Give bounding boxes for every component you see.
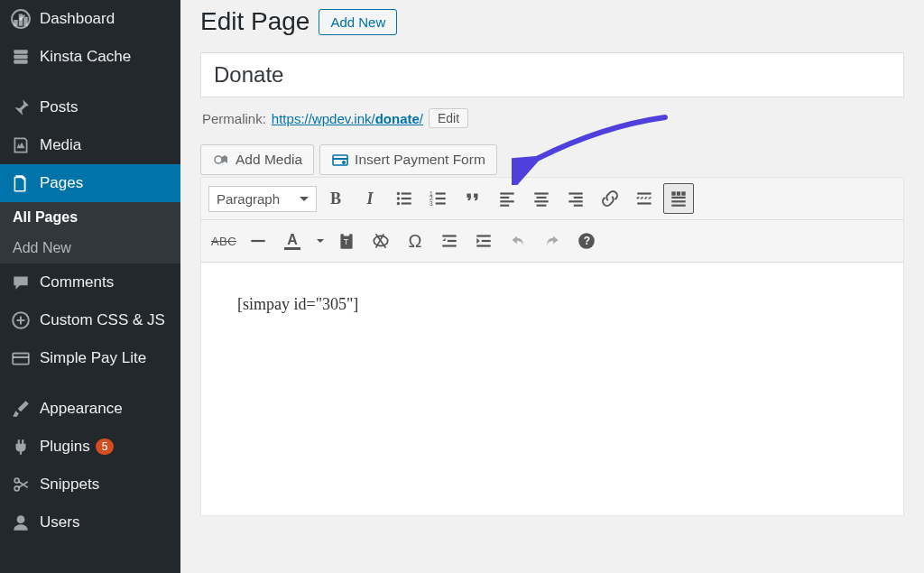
menu-pages[interactable]: Pages — [0, 164, 180, 202]
outdent-button[interactable] — [434, 226, 465, 256]
text-color-button[interactable]: A — [277, 226, 308, 256]
svg-rect-43 — [677, 191, 680, 195]
add-media-button[interactable]: Add Media — [200, 144, 314, 175]
svg-rect-16 — [402, 192, 411, 194]
svg-rect-32 — [537, 197, 547, 199]
menu-kinsta-cache[interactable]: Kinsta Cache — [0, 38, 180, 76]
camera-icon — [212, 151, 230, 169]
svg-rect-55 — [442, 245, 456, 246]
svg-rect-44 — [681, 191, 685, 195]
align-center-button[interactable] — [526, 183, 557, 214]
svg-point-17 — [397, 197, 400, 199]
svg-rect-33 — [534, 200, 548, 202]
editor-content[interactable]: [simpay id="305"] — [201, 263, 903, 515]
bullet-list-button[interactable] — [389, 183, 420, 214]
svg-rect-35 — [568, 192, 582, 194]
toolbar-row-2: ABC A T Ω ? — [201, 220, 903, 263]
svg-text:T: T — [344, 237, 349, 246]
media-icon — [11, 135, 31, 155]
svg-rect-45 — [671, 197, 685, 199]
redo-button[interactable] — [537, 226, 568, 256]
menu-comments[interactable]: Comments — [0, 263, 180, 301]
svg-rect-31 — [534, 192, 548, 194]
post-title-input[interactable] — [200, 52, 904, 97]
numbered-list-button[interactable]: 123 — [423, 183, 454, 214]
italic-button[interactable]: I — [355, 183, 385, 214]
menu-label: Media — [40, 136, 81, 154]
menu-label: Posts — [40, 98, 79, 116]
svg-point-14 — [342, 161, 346, 164]
menu-label: Snippets — [40, 476, 99, 494]
svg-text:?: ? — [584, 235, 590, 247]
menu-label: Kinsta Cache — [40, 48, 131, 66]
menu-label: Dashboard — [40, 10, 115, 28]
align-right-button[interactable] — [560, 183, 591, 214]
link-button[interactable] — [595, 183, 625, 214]
svg-rect-34 — [537, 205, 547, 207]
menu-label: Appearance — [40, 400, 123, 418]
page-title: Edit Page — [200, 7, 310, 36]
read-more-button[interactable] — [629, 183, 660, 214]
submenu-add-new[interactable]: Add New — [0, 233, 180, 263]
strikethrough-button[interactable]: ABC — [208, 226, 239, 256]
plus-circle-icon — [11, 310, 31, 330]
toolbar-toggle-button[interactable] — [663, 183, 694, 214]
svg-point-15 — [397, 192, 400, 195]
align-left-button[interactable] — [492, 183, 522, 214]
horizontal-rule-button[interactable] — [243, 226, 273, 256]
menu-label: Users — [40, 513, 79, 531]
menu-posts[interactable]: Posts — [0, 88, 180, 126]
plugin-icon — [11, 437, 31, 457]
menu-label: Plugins — [40, 438, 90, 456]
special-character-button[interactable]: Ω — [400, 226, 430, 256]
svg-rect-3 — [14, 55, 27, 59]
svg-rect-57 — [482, 240, 491, 242]
svg-rect-48 — [251, 240, 264, 242]
pages-icon — [11, 173, 31, 193]
svg-rect-46 — [671, 200, 685, 202]
bold-button[interactable]: B — [320, 183, 351, 214]
svg-rect-40 — [637, 198, 651, 199]
svg-point-10 — [17, 515, 25, 523]
menu-label: Simple Pay Lite — [40, 349, 146, 367]
permalink-label: Permalink: — [202, 111, 266, 126]
undo-button[interactable] — [503, 226, 533, 256]
menu-custom-css-js[interactable]: Custom CSS & JS — [0, 301, 180, 339]
blockquote-button[interactable] — [457, 183, 488, 214]
indent-button[interactable] — [468, 226, 499, 256]
svg-rect-2 — [14, 50, 27, 53]
card-icon — [11, 348, 31, 368]
user-icon — [11, 513, 31, 532]
menu-plugins[interactable]: Plugins 5 — [0, 428, 180, 466]
help-button[interactable]: ? — [571, 226, 602, 256]
menu-appearance[interactable]: Appearance — [0, 390, 180, 428]
menu-dashboard[interactable]: Dashboard — [0, 0, 180, 38]
svg-point-1 — [19, 17, 22, 20]
text-color-dropdown[interactable] — [311, 226, 328, 256]
permalink-link[interactable]: https://wpdev.ink/donate/ — [272, 111, 423, 126]
format-dropdown[interactable]: Paragraph — [208, 186, 317, 212]
menu-simple-pay-lite[interactable]: Simple Pay Lite — [0, 339, 180, 377]
add-new-button[interactable]: Add New — [319, 9, 397, 35]
submenu-all-pages[interactable]: All Pages — [0, 202, 180, 233]
svg-rect-30 — [500, 205, 509, 207]
permalink-edit-button[interactable]: Edit — [429, 108, 468, 128]
svg-rect-38 — [574, 205, 583, 207]
payment-form-icon — [331, 151, 349, 169]
menu-label: Custom CSS & JS — [40, 311, 165, 329]
svg-rect-27 — [500, 192, 513, 194]
svg-rect-29 — [500, 200, 513, 202]
insert-payment-form-button[interactable]: Insert Payment Form — [319, 144, 497, 175]
menu-snippets[interactable]: Snippets — [0, 466, 180, 504]
menu-users[interactable]: Users — [0, 504, 180, 541]
svg-rect-39 — [637, 192, 651, 194]
svg-rect-13 — [333, 158, 347, 160]
paste-text-button[interactable]: T — [331, 226, 362, 256]
clear-formatting-button[interactable] — [365, 226, 396, 256]
svg-point-8 — [14, 478, 19, 483]
svg-point-19 — [397, 202, 400, 205]
svg-rect-47 — [671, 205, 685, 207]
svg-rect-41 — [637, 202, 651, 204]
permalink-row: Permalink: https://wpdev.ink/donate/ Edi… — [200, 97, 904, 144]
menu-media[interactable]: Media — [0, 126, 180, 164]
